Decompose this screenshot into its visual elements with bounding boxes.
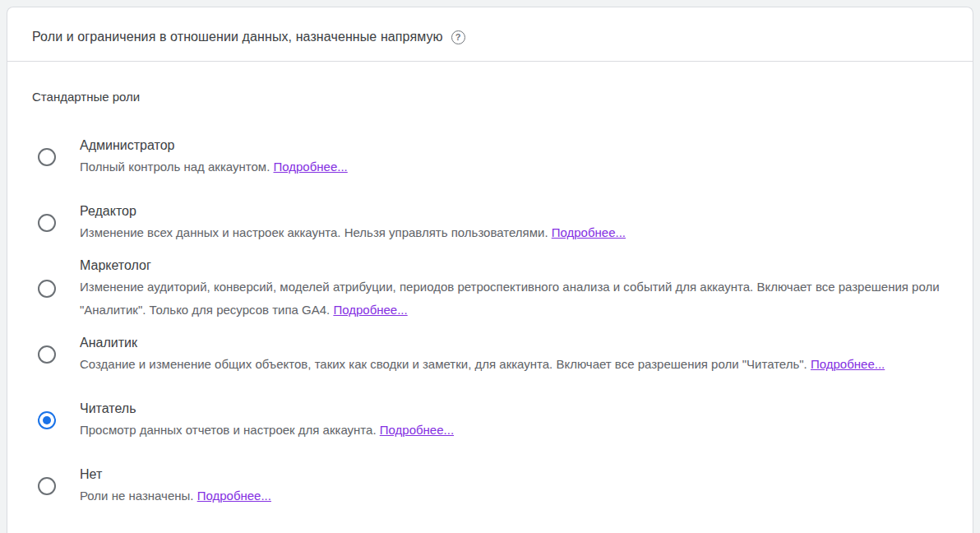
learn-more-link[interactable]: Подробнее... [380,423,454,437]
role-name: Аналитик [80,333,948,353]
role-name: Маркетолог [80,256,948,276]
radio-button-icon[interactable] [38,148,56,166]
role-option[interactable]: Редактор Изменение всех данных и настрое… [32,190,948,256]
radio-button-icon[interactable] [38,411,56,429]
radio-button-icon[interactable] [38,477,56,495]
radio-button-icon[interactable] [38,345,56,364]
role-text: Нет Роли не назначены. Подробнее... [80,465,948,508]
radio-column [32,477,80,495]
radio-column [32,411,80,429]
radio-column [32,345,80,364]
role-description: Просмотр данных отчетов и настроек для а… [80,419,948,442]
learn-more-link[interactable]: Подробнее... [811,357,885,371]
learn-more-link[interactable]: Подробнее... [552,225,626,239]
role-name: Редактор [80,202,948,221]
role-description: Полный контроль над аккаунтом. Подробнее… [80,155,948,178]
role-name: Нет [80,465,948,484]
page: Роли и ограничения в отношении данных, н… [0,0,980,533]
radio-column [32,148,80,166]
role-text: Администратор Полный контроль над аккаун… [80,136,948,178]
role-description-text: Создание и изменение общих объектов, так… [80,357,807,371]
role-description-text: Полный контроль над аккаунтом. [80,160,270,174]
role-option[interactable]: Маркетолог Изменение аудиторий, конверси… [32,256,948,322]
radio-button-icon[interactable] [38,214,56,232]
learn-more-link[interactable]: Подробнее... [273,160,347,174]
role-name: Администратор [80,136,948,155]
learn-more-link[interactable]: Подробнее... [197,489,271,503]
panel-body: Стандартные роли Администратор Полный ко… [7,62,973,519]
role-option[interactable]: Нет Роли не назначены. Подробнее... [32,453,948,519]
radio-column [32,214,80,232]
role-option[interactable]: Администратор Полный контроль над аккаун… [32,124,948,190]
help-icon[interactable]: ? [451,30,465,44]
role-description-text: Изменение аудиторий, конверсий, моделей … [80,280,940,317]
section-label: Стандартные роли [32,89,948,105]
role-text: Читатель Просмотр данных отчетов и настр… [80,399,948,442]
role-description-text: Изменение всех данных и настроек аккаунт… [80,225,548,239]
role-description: Изменение всех данных и настроек аккаунт… [80,221,948,244]
role-option[interactable]: Аналитик Создание и изменение общих объе… [32,322,948,387]
learn-more-link[interactable]: Подробнее... [333,303,407,317]
role-text: Маркетолог Изменение аудиторий, конверси… [80,256,948,322]
role-name: Читатель [80,399,948,419]
radio-button-icon[interactable] [38,280,56,298]
role-text: Аналитик Создание и изменение общих объе… [80,333,948,376]
role-option[interactable]: Читатель Просмотр данных отчетов и настр… [32,387,948,453]
radio-column [32,280,80,298]
role-description: Роли не назначены. Подробнее... [80,484,948,508]
role-description-text: Роли не назначены. [80,489,193,503]
role-description-text: Просмотр данных отчетов и настроек для а… [80,423,377,437]
role-description: Изменение аудиторий, конверсий, моделей … [80,276,948,322]
roles-list: Администратор Полный контроль над аккаун… [32,124,948,519]
roles-panel: Роли и ограничения в отношении данных, н… [7,7,973,533]
role-text: Редактор Изменение всех данных и настрое… [80,202,948,244]
role-description: Создание и изменение общих объектов, так… [80,353,948,376]
panel-header: Роли и ограничения в отношении данных, н… [7,7,973,62]
panel-title: Роли и ограничения в отношении данных, н… [32,30,443,44]
